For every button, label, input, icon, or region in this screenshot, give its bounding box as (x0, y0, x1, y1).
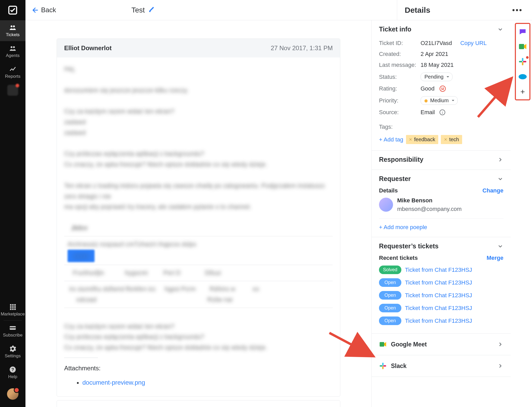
recent-tickets-label: Recent tickets (379, 255, 418, 261)
nav-help[interactable]: ? Help (0, 362, 25, 383)
nav-marketplace[interactable]: Marketplace (0, 300, 25, 320)
strip-slack-icon[interactable] (518, 57, 527, 66)
svg-rect-10 (14, 306, 16, 308)
nav-app-shortcut[interactable] (7, 85, 18, 96)
reply-composer: B I U S <> Private # A @ Ticket status (57, 400, 340, 407)
requester-tickets-heading: Requester’s tickets (379, 242, 438, 250)
svg-rect-28 (380, 342, 384, 347)
google-meet-icon (379, 340, 387, 348)
slack-icon (379, 362, 387, 370)
ticket-id-value: O21LI7Vasd (421, 40, 452, 47)
remove-tag-icon[interactable]: × (409, 137, 412, 143)
back-button[interactable]: Back (25, 6, 56, 14)
rating-label: Rating: (379, 85, 418, 92)
svg-rect-6 (12, 304, 14, 306)
nav-help-label: Help (8, 374, 17, 379)
tag-tech[interactable]: ×tech (441, 135, 462, 144)
message-card: Elliot Downerlot 27 Nov 2017, 1:31 PM He… (57, 38, 340, 397)
svg-rect-30 (380, 365, 383, 367)
ticket-link[interactable]: Ticket from Chat F123HSJ (405, 267, 472, 273)
nav-reports[interactable]: Reports (0, 62, 25, 83)
svg-rect-29 (382, 363, 384, 366)
message-body-redacted: Hej, dorozumiem się jeszcze jeszcze kilk… (64, 64, 333, 353)
chevron-right-icon (497, 341, 503, 347)
nav-tickets[interactable]: Tickets (0, 20, 25, 41)
collapse-requester[interactable] (497, 176, 503, 182)
requester-change-link[interactable]: Change (482, 187, 503, 194)
details-more-button[interactable]: ••• (512, 6, 523, 15)
collapse-ticket-info[interactable] (497, 26, 503, 33)
svg-point-3 (11, 46, 12, 48)
chevron-right-icon (497, 363, 503, 369)
copy-url-link[interactable]: Copy URL (460, 40, 487, 47)
collapse-requester-tickets[interactable] (497, 243, 503, 249)
svg-rect-11 (10, 308, 12, 310)
svg-rect-36 (522, 62, 523, 65)
message-author: Elliot Downerlot (64, 44, 112, 52)
nav-agents[interactable]: Agents (0, 41, 25, 62)
ticket-link[interactable]: Ticket from Chat F123HSJ (405, 292, 472, 299)
ticket-link[interactable]: Ticket from Chat F123HSJ (405, 279, 472, 286)
ticket-link[interactable]: Ticket from Chat F123HSJ (405, 318, 472, 324)
svg-point-26 (441, 88, 442, 88)
details-heading: Details (405, 6, 430, 15)
status-badge: Open (379, 278, 401, 287)
responsibility-section[interactable]: Responsibility (372, 151, 511, 170)
nav-reports-label: Reports (5, 74, 21, 79)
attachment-item: document-preview.png (82, 377, 333, 388)
tag-feedback[interactable]: ×feedback (406, 135, 438, 144)
responsibility-heading: Responsibility (379, 156, 423, 163)
attachment-link[interactable]: document-preview.png (82, 379, 145, 386)
svg-point-38 (518, 74, 527, 79)
add-more-people-link[interactable]: + Add more poeple (379, 224, 427, 230)
status-badge: Solved (379, 266, 401, 274)
merge-link[interactable]: Merge (487, 255, 503, 261)
svg-text:?: ? (11, 367, 14, 372)
created-value: 2 Apr 2021 (421, 51, 448, 57)
tags-label: Tags: (379, 124, 418, 130)
ticket-info-heading: Ticket info (379, 25, 411, 33)
app-logo[interactable] (0, 0, 25, 20)
nav-subscribe[interactable]: Subscribe (0, 321, 25, 341)
integrations-strip: + (515, 23, 530, 100)
nav-user-avatar[interactable] (0, 383, 25, 407)
svg-point-25 (440, 86, 445, 92)
nav-settings[interactable]: Settings (0, 341, 25, 362)
requester-details-label: Details (379, 187, 398, 194)
svg-rect-31 (382, 366, 384, 369)
add-tag-button[interactable]: + Add tag (379, 136, 403, 143)
nav-agents-label: Agents (6, 53, 20, 58)
status-badge: Open (379, 304, 401, 312)
ticket-link[interactable]: Ticket from Chat F123HSJ (405, 305, 472, 312)
reply-input[interactable] (57, 400, 340, 407)
attachments-label: Attachments: (64, 363, 333, 374)
strip-helpdesk-icon[interactable] (518, 27, 527, 36)
svg-rect-9 (12, 306, 14, 308)
info-icon[interactable]: i (440, 109, 445, 115)
remove-tag-icon[interactable]: × (444, 137, 447, 143)
conversation-pane: Elliot Downerlot 27 Nov 2017, 1:31 PM He… (25, 20, 371, 407)
status-badge: Open (379, 291, 401, 300)
back-label: Back (41, 6, 56, 14)
strip-google-meet-icon[interactable] (518, 42, 527, 51)
integration-slack[interactable]: Slack (372, 355, 511, 377)
priority-label: Priority: (379, 97, 418, 104)
nav-settings-label: Settings (5, 353, 21, 359)
status-pill[interactable]: Pending (421, 73, 453, 81)
edit-title-button[interactable] (148, 6, 155, 14)
svg-rect-15 (10, 327, 16, 328)
strip-salesforce-icon[interactable] (518, 72, 527, 81)
frown-icon (439, 85, 446, 92)
strip-add-button[interactable]: + (518, 87, 527, 96)
ticket-row: OpenTicket from Chat F123HSJ (379, 302, 503, 314)
integration-google-meet[interactable]: Google Meet (372, 334, 511, 355)
priority-pill[interactable]: Medium (421, 96, 458, 105)
svg-rect-32 (383, 365, 386, 367)
expand-responsibility[interactable] (497, 157, 503, 163)
nav-marketplace-label: Marketplace (1, 312, 25, 317)
requester-avatar (379, 198, 393, 212)
svg-rect-8 (10, 306, 12, 308)
source-label: Source: (379, 109, 418, 116)
ticket-row: OpenTicket from Chat F123HSJ (379, 276, 503, 289)
svg-rect-13 (14, 308, 16, 310)
